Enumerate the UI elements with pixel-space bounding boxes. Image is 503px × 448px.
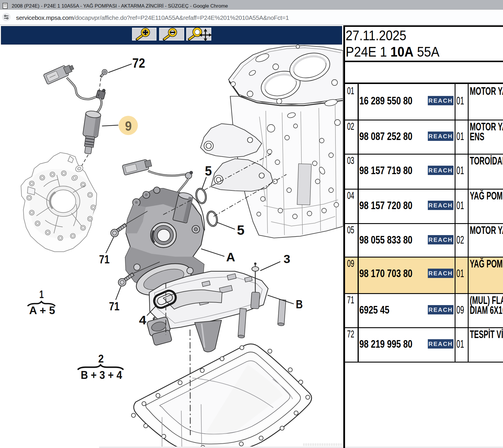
svg-text:71: 71 xyxy=(99,253,110,266)
svg-text:B: B xyxy=(296,298,303,311)
svg-text:72: 72 xyxy=(132,55,145,71)
svg-text:A + 5: A + 5 xyxy=(29,304,55,316)
svg-text:9: 9 xyxy=(125,118,132,134)
svg-text:A: A xyxy=(226,250,235,264)
svg-text:2: 2 xyxy=(98,352,104,365)
svg-text:4: 4 xyxy=(139,313,147,327)
svg-text:B + 3 + 4: B + 3 + 4 xyxy=(81,369,122,381)
svg-text:1: 1 xyxy=(39,288,44,300)
svg-text:3: 3 xyxy=(284,252,290,266)
svg-text:5: 5 xyxy=(237,222,245,238)
svg-text:71: 71 xyxy=(109,300,119,313)
svg-text:5: 5 xyxy=(205,163,212,178)
